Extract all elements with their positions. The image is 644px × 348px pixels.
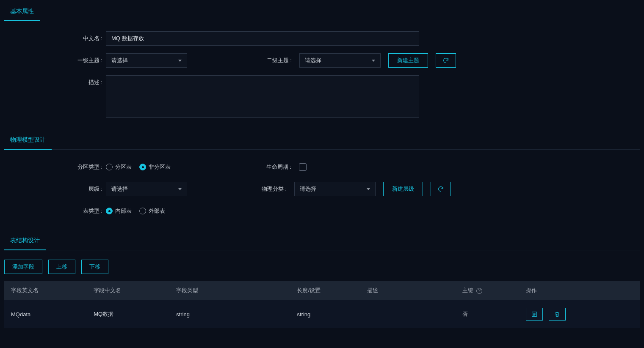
label-primary-topic: 一级主题 : xyxy=(4,53,102,68)
col-field-type: 字段类型 xyxy=(169,281,290,300)
select-level[interactable]: 请选择 xyxy=(106,182,187,196)
select-level-value: 请选择 xyxy=(111,185,128,193)
chevron-down-icon xyxy=(178,188,182,190)
label-chinese-name: 中文名 : xyxy=(4,31,102,46)
cell-primary-key: 否 xyxy=(456,300,519,328)
chevron-down-icon xyxy=(372,60,375,62)
label-description: 描述 : xyxy=(4,75,102,90)
cell-description xyxy=(360,300,456,328)
radio-internal-table-label: 内部表 xyxy=(115,207,132,215)
textarea-description[interactable] xyxy=(106,75,419,118)
label-level: 层级 : xyxy=(4,182,102,196)
col-chinese-name: 字段中文名 xyxy=(87,281,169,300)
label-physical-category: 物理分类 : xyxy=(191,182,291,196)
label-table-type: 表类型 : xyxy=(4,204,102,218)
radio-internal-table[interactable]: 内部表 xyxy=(106,207,132,215)
select-physical-category[interactable]: 请选择 xyxy=(294,182,376,196)
field-table: 字段英文名 字段中文名 字段类型 长度/设置 描述 主键 ? 操作 MQdata… xyxy=(4,281,640,328)
new-topic-button[interactable]: 新建主题 xyxy=(388,53,428,68)
select-physical-category-value: 请选择 xyxy=(300,185,316,193)
cell-chinese-name: MQ数据 xyxy=(87,300,169,328)
radio-partition-table-label: 分区表 xyxy=(115,163,132,171)
select-secondary-topic-value: 请选择 xyxy=(305,57,321,64)
cell-length-setting: string xyxy=(290,300,360,328)
label-lifecycle: 生命周期 : xyxy=(174,160,296,174)
help-icon[interactable]: ? xyxy=(476,288,482,294)
refresh-icon xyxy=(442,57,449,64)
add-field-button[interactable]: 添加字段 xyxy=(4,260,42,274)
select-primary-topic[interactable]: 请选择 xyxy=(106,53,187,68)
refresh-topic-button[interactable] xyxy=(436,53,456,68)
radio-external-table[interactable]: 外部表 xyxy=(139,207,165,215)
col-description: 描述 xyxy=(360,281,456,300)
radio-external-table-label: 外部表 xyxy=(149,207,165,215)
trash-icon xyxy=(554,311,561,318)
section-title-basic: 基本属性 xyxy=(4,0,40,21)
refresh-level-button[interactable] xyxy=(431,182,451,196)
select-primary-topic-value: 请选择 xyxy=(111,57,128,64)
table-row[interactable]: MQdata MQ数据 string string 否 xyxy=(4,300,640,328)
radio-non-partition-table-label: 非分区表 xyxy=(149,163,171,171)
chevron-down-icon xyxy=(367,188,370,190)
cell-english-name: MQdata xyxy=(4,300,87,328)
input-chinese-name[interactable] xyxy=(106,31,419,46)
col-english-name: 字段英文名 xyxy=(4,281,87,300)
move-up-button[interactable]: 上移 xyxy=(48,260,75,274)
new-level-button[interactable]: 新建层级 xyxy=(383,182,423,196)
label-secondary-topic: 二级主题 : xyxy=(191,53,296,68)
checkbox-lifecycle[interactable] xyxy=(299,163,307,171)
col-length-setting: 长度/设置 xyxy=(290,281,360,300)
move-down-button[interactable]: 下移 xyxy=(81,260,108,274)
edit-icon xyxy=(531,311,538,318)
chevron-down-icon xyxy=(178,60,182,62)
delete-row-button[interactable] xyxy=(549,308,566,321)
select-secondary-topic[interactable]: 请选择 xyxy=(299,53,381,68)
section-title-structure: 表结构设计 xyxy=(4,229,46,250)
label-partition-type: 分区类型 : xyxy=(4,160,102,174)
radio-partition-table[interactable]: 分区表 xyxy=(106,163,132,171)
col-action: 操作 xyxy=(519,281,640,300)
col-primary-key: 主键 ? xyxy=(456,281,519,300)
cell-field-type: string xyxy=(169,300,290,328)
radio-non-partition-table[interactable]: 非分区表 xyxy=(139,163,171,171)
edit-row-button[interactable] xyxy=(526,308,543,321)
section-title-physical: 物理模型设计 xyxy=(4,129,52,150)
refresh-icon xyxy=(437,186,444,192)
